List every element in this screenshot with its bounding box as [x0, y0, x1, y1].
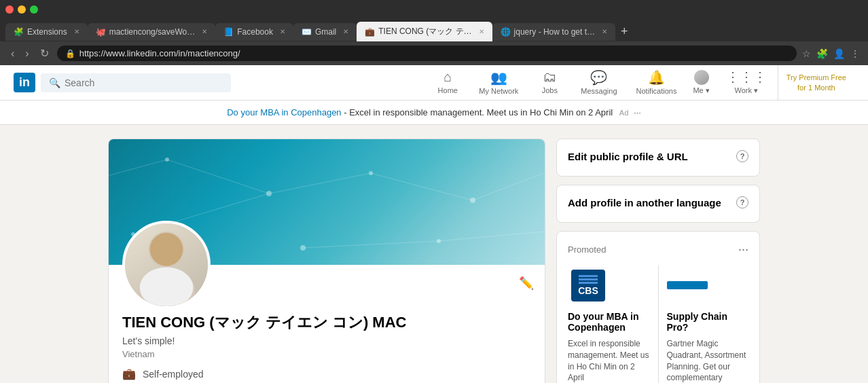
nav-notifications[interactable]: 🔔 Notifications	[628, 65, 685, 101]
profile-button[interactable]: 👤	[833, 48, 845, 59]
tab-extensions-label: Extensions	[27, 27, 67, 37]
facebook-favicon: 📘	[223, 27, 233, 37]
promo-card-cbs: CBS Do your MBA in Copenhagen Excel in r…	[568, 265, 650, 383]
promoted-section: Promoted ··· CBS	[556, 231, 760, 383]
nav-my-network-label: My Network	[479, 87, 518, 95]
edit-profile-url-title: Edit public profile & URL ?	[568, 150, 748, 162]
new-tab-button[interactable]: +	[615, 24, 634, 39]
github-favicon: 🐙	[96, 27, 105, 37]
svg-line-10	[109, 160, 167, 180]
tab-extensions-close[interactable]: ✕	[74, 28, 79, 35]
maximize-button[interactable]	[30, 5, 38, 14]
tab-jquery-close[interactable]: ✕	[602, 28, 607, 35]
search-bar[interactable]: 🔍	[41, 73, 231, 92]
nav-home[interactable]: ⌂ Home	[427, 65, 468, 101]
tab-gmail-close[interactable]: ✕	[343, 28, 348, 35]
main-content: ✏️ TIEN CONG (マック テイエン コン) MAC Let's sim…	[94, 125, 774, 383]
tab-github-close[interactable]: ✕	[202, 28, 207, 35]
nav-items: ⌂ Home 👥 My Network 🗂 Jobs 💬 Messaging 🔔…	[427, 65, 854, 101]
close-button[interactable]	[5, 5, 14, 14]
search-input[interactable]	[65, 77, 214, 88]
search-icon: 🔍	[49, 77, 60, 88]
extensions-button[interactable]: 🧩	[816, 48, 828, 59]
linkedin-navbar: in 🔍 ⌂ Home 👥 My Network 🗂 Jobs 💬 Messag…	[0, 65, 868, 101]
messaging-icon: 💬	[590, 69, 607, 86]
profile-section: ✏️ TIEN CONG (マック テイエン コン) MAC Let's sim…	[108, 139, 545, 383]
svg-line-14	[473, 166, 545, 200]
tab-linkedin[interactable]: 💼 TIEN CONG (マック テ… ✕	[357, 22, 492, 41]
promoted-cards: CBS Do your MBA in Copenhagen Excel in r…	[568, 265, 748, 383]
forward-button[interactable]: ›	[22, 46, 31, 61]
tab-gmail-label: Gmail	[315, 27, 336, 37]
nav-me-label: Me ▾	[693, 86, 709, 95]
promoted-title: Promoted	[568, 244, 606, 255]
back-button[interactable]: ‹	[8, 46, 17, 61]
nav-my-network[interactable]: 👥 My Network	[471, 65, 526, 101]
notifications-icon: 🔔	[648, 69, 665, 86]
tab-github[interactable]: 🐙 mactiencong/saveWo… ✕	[88, 23, 216, 41]
gmail-favicon: ✉️	[302, 27, 311, 37]
tab-extensions[interactable]: 🧩 Extensions ✕	[5, 23, 88, 41]
promoted-header: Promoted ···	[568, 242, 748, 257]
promo-card-supply: Supply Chain Pro? Gartner Magic Quadrant…	[667, 265, 749, 383]
promoted-more-button[interactable]: ···	[738, 242, 748, 257]
nav-premium[interactable]: Try Premium Free for 1 Month	[778, 65, 854, 101]
jquery-favicon: 🌐	[501, 27, 510, 37]
nav-work[interactable]: ⋮⋮⋮ Work ▾	[718, 65, 775, 101]
tab-jquery-label: jquery - How to get t…	[514, 27, 595, 37]
ad-text: - Excel in responsible management. Meet …	[342, 107, 613, 117]
my-network-icon: 👥	[490, 69, 507, 86]
tab-linkedin-close[interactable]: ✕	[479, 28, 484, 35]
nav-notifications-label: Notifications	[636, 87, 677, 95]
nav-messaging[interactable]: 💬 Messaging	[573, 65, 625, 101]
extensions-favicon: 🧩	[14, 27, 23, 37]
tab-gmail[interactable]: ✉️ Gmail ✕	[293, 23, 357, 41]
cbs-logo: CBS	[568, 265, 609, 306]
tab-facebook-close[interactable]: ✕	[280, 28, 285, 35]
bookmark-star-button[interactable]: ☆	[802, 48, 811, 59]
svg-line-11	[167, 160, 269, 194]
ad-label: Ad	[619, 109, 628, 117]
url-bar[interactable]: 🔒 https://www.linkedin.com/in/mactiencon…	[57, 45, 797, 61]
tab-jquery[interactable]: 🌐 jquery - How to get t… ✕	[492, 23, 615, 41]
lock-icon: 🔒	[65, 49, 75, 58]
supply-logo	[667, 265, 708, 306]
tab-facebook[interactable]: 📘 Facebook ✕	[215, 23, 293, 41]
supply-promo-name: Supply Chain Pro?	[667, 311, 749, 333]
premium-line1: Try Premium Free	[786, 73, 846, 82]
supply-promo-desc: Gartner Magic Quadrant, Assortment Plann…	[667, 338, 749, 383]
edit-profile-button[interactable]: ✏️	[519, 276, 534, 291]
avatar	[694, 70, 709, 85]
nav-jobs[interactable]: 🗂 Jobs	[529, 65, 570, 101]
profile-card: ✏️ TIEN CONG (マック テイエン コン) MAC Let's sim…	[108, 139, 545, 383]
work-icon: ⋮⋮⋮	[726, 69, 767, 85]
menu-button[interactable]: ⋮	[850, 48, 860, 59]
svg-line-16	[303, 241, 439, 248]
linkedin-favicon: 💼	[365, 27, 374, 37]
cbs-promo-desc: Excel in responsible management. Meet us…	[568, 338, 650, 383]
refresh-button[interactable]: ↻	[37, 45, 52, 61]
svg-point-20	[140, 268, 194, 306]
svg-line-13	[371, 173, 473, 200]
svg-line-12	[269, 173, 371, 194]
jobs-icon: 🗂	[543, 69, 556, 85]
edit-profile-url-panel: Edit public profile & URL ?	[556, 139, 760, 177]
minimize-button[interactable]	[18, 5, 26, 14]
employment-detail: 💼 Self-employed	[122, 367, 531, 380]
linkedin-logo[interactable]: in	[14, 73, 35, 92]
nav-messaging-label: Messaging	[581, 87, 617, 95]
ad-link[interactable]: Do your MBA in Copenhagen	[227, 107, 341, 117]
url-text: https://www.linkedin.com/in/mactiencong/	[79, 48, 789, 58]
profile-avatar	[122, 221, 211, 309]
home-icon: ⌂	[444, 69, 452, 85]
ad-banner: Do your MBA in Copenhagen - Excel in res…	[0, 101, 868, 125]
add-language-title: Add profile in another language ?	[568, 196, 748, 208]
ad-more-button[interactable]: ···	[634, 107, 641, 117]
help-icon-language: ?	[736, 196, 748, 208]
cbs-promo-name: Do your MBA in Copenhagen	[568, 311, 650, 333]
profile-location: Vietnam	[122, 349, 531, 359]
nav-me[interactable]: Me ▾	[687, 65, 715, 101]
tab-facebook-label: Facebook	[237, 27, 273, 37]
profile-info: ✏️ TIEN CONG (マック テイエン コン) MAC Let's sim…	[109, 265, 545, 383]
nav-home-label: Home	[438, 86, 458, 94]
